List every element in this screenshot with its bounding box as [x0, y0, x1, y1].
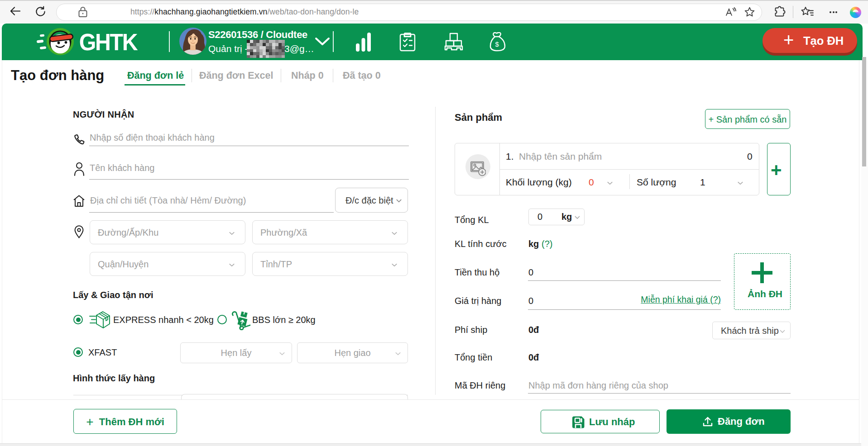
svg-text:GHTK: GHTK [79, 29, 138, 55]
svg-text:$: $ [495, 40, 499, 48]
